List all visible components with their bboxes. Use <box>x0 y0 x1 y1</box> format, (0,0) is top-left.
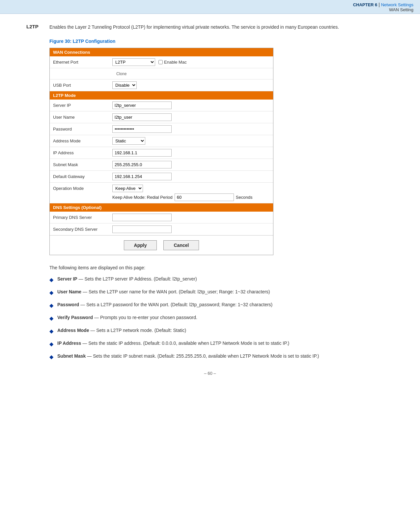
server-ip-control <box>112 102 270 109</box>
password-control <box>112 125 270 133</box>
operation-mode-bottom: Keep Alive Mode: Redial Period Seconds <box>112 193 270 201</box>
description-list: ◆ Server IP — Sets the L2TP server IP Ad… <box>49 276 394 361</box>
address-mode-select[interactable]: Static <box>112 137 145 145</box>
ip-address-control <box>112 149 270 157</box>
default-gateway-control <box>112 173 270 180</box>
list-item: ◆ Subnet Mask — Sets the static IP subne… <box>49 353 394 361</box>
address-mode-control: Static <box>112 137 270 145</box>
user-name-control <box>112 113 270 121</box>
figure-title: Figure 30: L2TP Configuration <box>49 39 394 44</box>
default-gateway-row: Default Gateway <box>50 171 273 183</box>
secondary-dns-label: Secondary DNS Server <box>53 227 112 232</box>
ethernet-port-label: Ethernet Port <box>53 60 112 65</box>
primary-dns-control <box>112 214 270 221</box>
main-content: L2TP Enables the Layer 2 Tunneling Proto… <box>0 14 420 392</box>
desc-verify-password: — Prompts you to re-enter your chosen pa… <box>93 315 197 320</box>
ethernet-port-row: Ethernet Port L2TP Enable Mac <box>50 56 273 68</box>
subnet-mask-row: Subnet Mask <box>50 159 273 171</box>
operation-mode-select[interactable]: Keep Alive <box>112 185 143 192</box>
term-ip-address: IP Address <box>57 341 81 346</box>
term-verify-password: Verify Password <box>57 315 93 320</box>
usb-port-label: USB Port <box>53 83 112 88</box>
primary-dns-row: Primary DNS Server <box>50 212 273 223</box>
address-mode-row: Address Mode Static <box>50 135 273 147</box>
secondary-dns-control <box>112 225 270 233</box>
secondary-dns-input[interactable] <box>112 225 172 233</box>
password-row: Password <box>50 123 273 135</box>
seconds-label: Seconds <box>236 195 253 200</box>
subnet-mask-label: Subnet Mask <box>53 162 112 167</box>
term-password: Password <box>57 302 79 307</box>
list-item: ◆ IP Address — Sets the static IP addres… <box>49 340 394 348</box>
l2tp-mode-header: L2TP Mode <box>50 91 273 100</box>
diamond-icon: ◆ <box>49 314 53 322</box>
keep-alive-text: Keep Alive Mode: Redial Period <box>112 195 173 200</box>
chapter-label: CHAPTER 6 <box>353 2 378 7</box>
usb-port-select[interactable]: Disable <box>112 81 137 89</box>
password-label: Password <box>53 127 112 132</box>
diamond-icon: ◆ <box>49 276 53 284</box>
ip-address-input[interactable] <box>112 149 172 157</box>
list-item: ◆ Verify Password — Prompts you to re-en… <box>49 314 394 322</box>
desc-ip-address: — Sets the static IP address. (Default: … <box>81 341 289 346</box>
user-name-row: User Name <box>50 111 273 123</box>
l2tp-label: L2TP <box>26 24 43 31</box>
user-name-input[interactable] <box>112 113 172 121</box>
l2tp-description: Enables the Layer 2 Tunneling Protocol (… <box>49 24 339 31</box>
server-ip-row: Server IP <box>50 100 273 111</box>
diamond-icon: ◆ <box>49 353 53 361</box>
default-gateway-label: Default Gateway <box>53 174 112 179</box>
term-server-ip: Server IP <box>57 276 77 282</box>
sub-title: WAN Setting <box>7 7 413 12</box>
list-item: ◆ Address Mode — Sets a L2TP network mod… <box>49 327 394 335</box>
desc-subnet-mask: — Sets the static IP subnet mask. (Defau… <box>86 353 319 359</box>
primary-dns-input[interactable] <box>112 214 172 221</box>
page-footer: – 60 – <box>26 371 394 382</box>
usb-port-control: Disable <box>112 81 270 89</box>
user-name-label: User Name <box>53 115 112 120</box>
default-gateway-input[interactable] <box>112 173 172 180</box>
enable-mac-label[interactable]: Enable Mac <box>158 60 187 65</box>
apply-button[interactable]: Apply <box>124 240 157 250</box>
cancel-button[interactable]: Cancel <box>163 240 199 250</box>
subnet-mask-input[interactable] <box>112 161 172 168</box>
chapter-separator: | <box>378 2 381 7</box>
desc-intro: The following items are displayed on thi… <box>49 265 394 270</box>
chapter-link[interactable]: Network Settings <box>381 2 413 7</box>
diamond-icon: ◆ <box>49 327 53 335</box>
ip-address-row: IP Address <box>50 147 273 159</box>
page-number: – 60 – <box>204 371 216 376</box>
term-subnet-mask: Subnet Mask <box>57 353 86 359</box>
operation-mode-label: Operation Mode <box>53 186 112 191</box>
l2tp-intro: L2TP Enables the Layer 2 Tunneling Proto… <box>26 24 394 31</box>
server-ip-label: Server IP <box>53 103 112 108</box>
operation-mode-control: Keep Alive <box>112 185 270 192</box>
desc-server-ip: — Sets the L2TP server IP Address. (Defa… <box>77 276 197 282</box>
list-item: ◆ User Name — Sets the L2TP user name fo… <box>49 288 394 297</box>
dns-settings-header: DNS Settings (Optional) <box>50 203 273 212</box>
desc-user-name: — Sets the L2TP user name for the WAN po… <box>81 289 270 294</box>
wan-connections-header: WAN Connections <box>50 48 273 56</box>
diamond-icon: ◆ <box>49 340 53 348</box>
buttons-row: Apply Cancel <box>50 235 273 255</box>
wan-config-box: WAN Connections Ethernet Port L2TP Enabl… <box>49 48 273 255</box>
operation-mode-row: Operation Mode Keep Alive Keep Alive Mod… <box>50 183 273 203</box>
operation-mode-top: Operation Mode Keep Alive <box>53 185 270 192</box>
password-input[interactable] <box>112 125 172 133</box>
ip-address-label: IP Address <box>53 150 112 155</box>
diamond-icon: ◆ <box>49 302 53 310</box>
desc-address-mode: — Sets a L2TP network mode. (Default: St… <box>89 328 186 333</box>
list-item: ◆ Server IP — Sets the L2TP server IP Ad… <box>49 276 394 284</box>
page-header: CHAPTER 6 | Network Settings WAN Setting <box>0 0 420 14</box>
enable-mac-checkbox[interactable] <box>158 60 163 64</box>
term-address-mode: Address Mode <box>57 328 89 333</box>
subnet-mask-control <box>112 161 270 168</box>
server-ip-input[interactable] <box>112 102 172 109</box>
usb-port-row: USB Port Disable <box>50 79 273 91</box>
redial-period-input[interactable] <box>175 193 234 201</box>
clone-label: Clone <box>116 72 126 76</box>
address-mode-label: Address Mode <box>53 138 112 143</box>
primary-dns-label: Primary DNS Server <box>53 215 112 220</box>
term-user-name: User Name <box>57 289 81 294</box>
wan-type-select[interactable]: L2TP <box>112 58 155 66</box>
